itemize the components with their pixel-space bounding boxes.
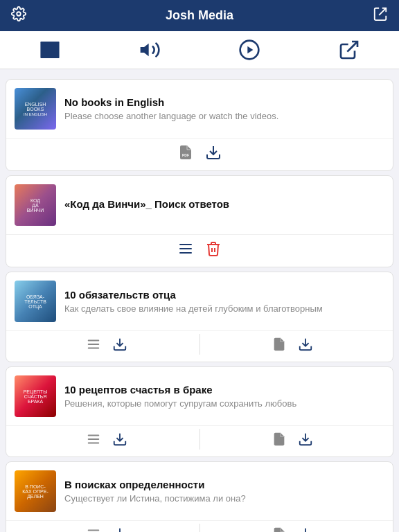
book-subtitle-1: Please choose another language or watch … <box>64 111 384 121</box>
book-title-2: «Код да Винчи»_ Поиск ответов <box>64 198 384 210</box>
svg-rect-15 <box>88 348 100 349</box>
thumb-text-3: ОБЯЗА-ТЕЛЬСТВОТЦА <box>23 293 48 310</box>
action-section-1: PDF <box>15 141 384 163</box>
book-thumb-3: ОБЯЗА-ТЕЛЬСТВОТЦА <box>15 281 56 322</box>
book-subtitle-4: Решения, которые помогут супругам сохран… <box>64 398 384 409</box>
list-button-4[interactable] <box>83 429 104 450</box>
book-card-3: ОБЯЗА-ТЕЛЬСТВОТЦА 10 обязательств отца К… <box>6 272 393 362</box>
thumb-text-1: ENGLISHBOOKSIN ENGLISH <box>22 100 48 118</box>
book-title-5: В поисках определенности <box>64 479 384 490</box>
action-row-4 <box>6 425 393 456</box>
tab-bar <box>0 31 399 69</box>
book-thumb-2: КОДДАВИНЧИ <box>15 184 56 226</box>
book-title-4: 10 рецептов счастья в браке <box>64 384 384 396</box>
tab-external[interactable] <box>299 31 399 69</box>
download-left-button-4[interactable] <box>109 429 130 450</box>
action-right-4 <box>200 429 385 450</box>
svg-point-0 <box>17 12 21 16</box>
book-card-4: РЕЦЕПТЫСЧАСТЬЯБРАКА 10 рецептов счастья … <box>6 366 393 457</box>
app-header: Josh Media <box>0 0 399 31</box>
book-card-5: В ПОИС-КАХ ОПРЕ-ДЕЛЕН В поисках определе… <box>6 461 393 532</box>
download-right-button-5[interactable] <box>295 524 316 532</box>
action-section-2 <box>15 238 384 260</box>
thumb-text-2: КОДДАВИНЧИ <box>26 197 45 214</box>
svg-rect-20 <box>88 443 100 444</box>
svg-marker-4 <box>141 44 149 57</box>
book-info-1: No books in English Please choose anothe… <box>64 96 384 121</box>
download-right-button-3[interactable] <box>295 334 316 355</box>
tab-video[interactable] <box>200 31 299 69</box>
download-left-button-3[interactable] <box>109 334 130 355</box>
action-left-4 <box>15 429 200 450</box>
book-info-5: В поисках определенности Существует ли И… <box>64 479 384 504</box>
action-right-3 <box>200 334 385 355</box>
book-title-3: 10 обязательств отца <box>64 289 384 301</box>
download-right-button-4[interactable] <box>295 429 316 450</box>
book-info-4: 10 рецептов счастья в браке Решения, кот… <box>64 384 384 409</box>
svg-rect-19 <box>88 438 100 440</box>
settings-icon[interactable] <box>11 6 26 25</box>
book-card-top-5: В ПОИС-КАХ ОПРЕ-ДЕЛЕН В поисках определе… <box>6 462 393 517</box>
action-row-1: PDF <box>6 138 393 170</box>
download-left-button-5[interactable] <box>109 524 130 532</box>
svg-rect-14 <box>88 344 100 345</box>
pdf-right-button-3[interactable] <box>269 334 290 355</box>
tab-books[interactable] <box>0 31 100 69</box>
svg-rect-10 <box>179 244 192 245</box>
action-left-5 <box>15 524 200 532</box>
delete-button-2[interactable] <box>202 238 224 260</box>
action-row-3 <box>6 330 393 362</box>
tab-audio[interactable] <box>100 31 200 69</box>
pdf-right-button-5[interactable] <box>269 524 290 532</box>
svg-rect-11 <box>179 248 192 249</box>
svg-rect-18 <box>88 435 100 436</box>
book-card-2: КОДДАВИНЧИ «Код да Винчи»_ Поиск ответов <box>6 175 393 267</box>
book-card-top-4: РЕЦЕПТЫСЧАСТЬЯБРАКА 10 рецептов счастья … <box>6 367 393 423</box>
svg-rect-2 <box>51 42 59 58</box>
book-title-1: No books in English <box>64 96 384 108</box>
book-thumb-1: ENGLISHBOOKSIN ENGLISH <box>15 88 56 130</box>
share-icon[interactable] <box>373 6 388 25</box>
book-thumb-5: В ПОИС-КАХ ОПРЕ-ДЕЛЕН <box>15 470 56 512</box>
book-subtitle-5: Существует ли Истина, постижима ли она? <box>64 493 384 504</box>
book-card-top-2: КОДДАВИНЧИ «Код да Винчи»_ Поиск ответов <box>6 176 393 231</box>
book-info-2: «Код да Винчи»_ Поиск ответов <box>64 198 384 213</box>
book-card-1: ENGLISHBOOKSIN ENGLISH No books in Engli… <box>6 79 393 171</box>
book-info-3: 10 обязательств отца Как сделать свое вл… <box>64 289 384 314</box>
list-button-5[interactable] <box>83 524 104 532</box>
pdf-button-1[interactable]: PDF <box>175 141 197 163</box>
svg-rect-12 <box>179 252 192 254</box>
content-area: ENGLISHBOOKSIN ENGLISH No books in Engli… <box>0 69 399 532</box>
svg-rect-23 <box>88 530 100 531</box>
book-thumb-4: РЕЦЕПТЫСЧАСТЬЯБРАКА <box>15 375 56 417</box>
action-right-5 <box>200 524 385 532</box>
pdf-right-button-4[interactable] <box>269 429 290 450</box>
list-button-2[interactable] <box>175 238 197 260</box>
book-subtitle-3: Как сделать свое влияние на детей глубок… <box>64 303 384 314</box>
svg-rect-13 <box>88 340 100 342</box>
book-card-top-3: ОБЯЗА-ТЕЛЬСТВОТЦА 10 обязательств отца К… <box>6 272 393 328</box>
book-card-top-1: ENGLISHBOOKSIN ENGLISH No books in Engli… <box>6 80 393 135</box>
app-title: Josh Media <box>166 8 233 23</box>
svg-text:PDF: PDF <box>182 153 189 157</box>
download-button-1[interactable] <box>202 141 224 163</box>
thumb-text-4: РЕЦЕПТЫСЧАСТЬЯБРАКА <box>22 388 49 405</box>
svg-rect-1 <box>41 42 49 58</box>
thumb-text-5: В ПОИС-КАХ ОПРЕ-ДЕЛЕН <box>21 483 50 500</box>
action-left-3 <box>15 334 200 355</box>
action-row-5 <box>6 520 393 532</box>
list-button-3[interactable] <box>83 334 104 355</box>
svg-line-7 <box>347 42 357 52</box>
action-row-2 <box>6 234 393 267</box>
svg-marker-6 <box>247 46 253 54</box>
svg-rect-3 <box>48 42 51 58</box>
